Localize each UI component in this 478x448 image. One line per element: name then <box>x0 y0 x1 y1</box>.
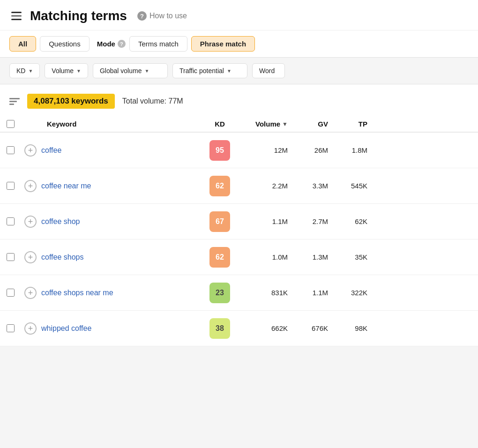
row-gv: 1.3M <box>292 253 335 261</box>
add-keyword-button[interactable]: + <box>24 322 37 335</box>
total-volume-text: Total volume: 77M <box>122 97 183 105</box>
th-keyword: Keyword <box>21 120 199 128</box>
row-checkbox[interactable] <box>7 182 15 190</box>
row-kd-cell: 23 <box>199 283 241 303</box>
kd-filter-label: KD <box>16 67 25 75</box>
row-tp: 62K <box>335 217 377 225</box>
row-gv: 26M <box>292 146 335 154</box>
row-kd-cell: 67 <box>199 211 241 232</box>
row-checkbox[interactable] <box>7 146 15 154</box>
add-keyword-button[interactable]: + <box>24 287 37 299</box>
volume-filter[interactable]: Volume ▼ <box>45 63 88 78</box>
help-icon: ? <box>137 11 147 21</box>
row-volume: 662K <box>241 324 292 332</box>
row-gv: 3.3M <box>292 182 335 190</box>
row-keyword-cell: + whipped coffee <box>21 322 199 335</box>
kd-badge: 23 <box>209 283 230 303</box>
row-keyword-cell: + coffee shops near me <box>21 287 199 299</box>
row-gv: 676K <box>292 324 335 332</box>
row-checkbox[interactable] <box>7 289 15 297</box>
row-volume: 1.1M <box>241 217 292 225</box>
volume-filter-label: Volume <box>52 67 74 75</box>
keyword-link[interactable]: coffee shop <box>41 217 80 226</box>
row-volume: 1.0M <box>241 253 292 261</box>
add-keyword-button[interactable]: + <box>24 180 37 192</box>
traffic-potential-filter-label: Traffic potential <box>179 67 224 75</box>
sort-icon[interactable] <box>9 98 20 105</box>
row-kd-cell: 62 <box>199 176 241 196</box>
word-filter[interactable]: Word <box>252 63 285 78</box>
row-tp: 322K <box>335 289 377 297</box>
help-label: How to use <box>149 12 187 20</box>
summary-bar: 4,087,103 keywords Total volume: 77M <box>0 84 478 116</box>
th-gv: GV <box>292 120 335 128</box>
row-keyword-cell: + coffee shops <box>21 251 199 263</box>
hamburger-menu[interactable] <box>9 10 23 22</box>
tab-questions[interactable]: Questions <box>40 36 90 52</box>
keyword-link[interactable]: coffee shops <box>41 253 83 261</box>
kd-badge: 62 <box>209 176 230 196</box>
global-volume-filter[interactable]: Global volume ▼ <box>93 63 168 78</box>
table-body: + coffee 95 12M 26M 1.8M + coffee near m… <box>0 133 478 346</box>
keyword-link[interactable]: coffee <box>41 146 61 155</box>
row-kd-cell: 38 <box>199 318 241 339</box>
header-checkbox-cell[interactable] <box>0 120 21 128</box>
row-checkbox[interactable] <box>7 217 15 225</box>
kd-filter[interactable]: KD ▼ <box>9 63 40 78</box>
row-checkbox-cell[interactable] <box>0 217 21 225</box>
keyword-link[interactable]: coffee near me <box>41 182 91 190</box>
th-volume[interactable]: Volume ▼ <box>241 120 292 128</box>
row-checkbox-cell[interactable] <box>0 253 21 261</box>
select-all-checkbox[interactable] <box>7 120 15 128</box>
row-gv: 2.7M <box>292 217 335 225</box>
row-checkbox-cell[interactable] <box>0 146 21 154</box>
add-keyword-button[interactable]: + <box>24 251 37 263</box>
th-tp: TP <box>335 120 377 128</box>
row-checkbox[interactable] <box>7 253 15 261</box>
keyword-link[interactable]: whipped coffee <box>41 324 91 333</box>
row-checkbox-cell[interactable] <box>0 324 21 332</box>
add-keyword-button[interactable]: + <box>24 144 37 157</box>
page-title: Matching terms <box>30 8 127 23</box>
table-row: + coffee shops near me 23 831K 1.1M 322K <box>0 275 478 311</box>
tab-terms-match[interactable]: Terms match <box>129 36 187 52</box>
mode-help-icon: ? <box>118 40 126 48</box>
tab-phrase-match[interactable]: Phrase match <box>191 36 255 52</box>
row-checkbox[interactable] <box>7 324 15 332</box>
keyword-link[interactable]: coffee shops near me <box>41 289 113 297</box>
kd-badge: 62 <box>209 247 230 268</box>
row-tp: 1.8M <box>335 146 377 154</box>
row-volume: 2.2M <box>241 182 292 190</box>
table-row: + coffee shops 62 1.0M 1.3M 35K <box>0 239 478 275</box>
row-checkbox-cell[interactable] <box>0 289 21 297</box>
volume-dropdown-arrow: ▼ <box>76 68 81 74</box>
keywords-count-badge: 4,087,103 keywords <box>27 94 115 109</box>
row-checkbox-cell[interactable] <box>0 182 21 190</box>
row-tp: 545K <box>335 182 377 190</box>
row-keyword-cell: + coffee shop <box>21 216 199 228</box>
header: Matching terms ? How to use <box>0 0 478 30</box>
row-kd-cell: 95 <box>199 140 241 161</box>
add-keyword-button[interactable]: + <box>24 216 37 228</box>
global-volume-dropdown-arrow: ▼ <box>144 68 149 74</box>
table-row: + coffee 95 12M 26M 1.8M <box>0 133 478 168</box>
kd-badge: 38 <box>209 318 230 339</box>
traffic-potential-filter[interactable]: Traffic potential ▼ <box>172 63 247 78</box>
word-filter-label: Word <box>259 67 275 75</box>
traffic-potential-dropdown-arrow: ▼ <box>227 68 232 74</box>
filter-row: All Questions Mode ? Terms match Phrase … <box>0 30 478 57</box>
row-keyword-cell: + coffee <box>21 144 199 157</box>
row-gv: 1.1M <box>292 289 335 297</box>
row-volume: 831K <box>241 289 292 297</box>
row-keyword-cell: + coffee near me <box>21 180 199 192</box>
global-volume-filter-label: Global volume <box>100 67 142 75</box>
table-header: Keyword KD Volume ▼ GV TP <box>0 116 478 133</box>
kd-dropdown-arrow: ▼ <box>28 68 33 74</box>
row-tp: 98K <box>335 324 377 332</box>
help-button[interactable]: ? How to use <box>134 9 191 22</box>
tab-all[interactable]: All <box>9 36 36 52</box>
row-volume: 12M <box>241 146 292 154</box>
keywords-table: Keyword KD Volume ▼ GV TP + coffee 95 12… <box>0 116 478 346</box>
th-kd: KD <box>199 120 241 128</box>
column-filters: KD ▼ Volume ▼ Global volume ▼ Traffic po… <box>0 57 478 84</box>
